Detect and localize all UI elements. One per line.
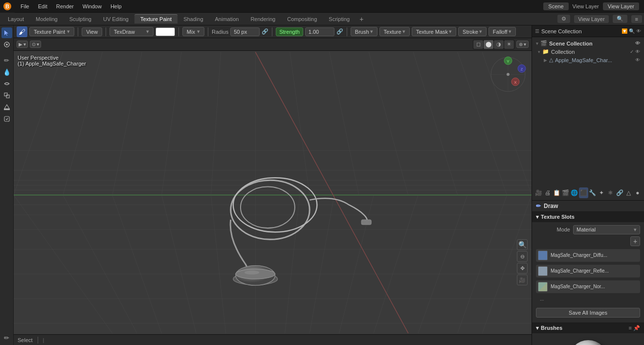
- rendered-btn[interactable]: ☀: [504, 40, 514, 49]
- tab-uv-editing[interactable]: UV Editing: [97, 15, 134, 23]
- texture-name-0: MagSafe_Charger_Diffu...: [551, 253, 638, 258]
- wireframe-btn[interactable]: ◻: [473, 40, 483, 49]
- prop-object-icon[interactable]: ⬛: [579, 187, 588, 198]
- prop-output-icon[interactable]: 🖨: [543, 187, 552, 198]
- viewport-overlay-menu[interactable]: ⊙ ▾: [30, 41, 41, 48]
- viewport-shading-menu[interactable]: ▶ ▾: [17, 41, 28, 48]
- pan-btn[interactable]: ✥: [517, 263, 528, 274]
- color-swatch[interactable]: [155, 27, 175, 36]
- prop-data-icon[interactable]: △: [624, 187, 633, 198]
- texture-item-2[interactable]: MagSafe_Charger_Nor...: [536, 280, 640, 293]
- zoom-in-btn[interactable]: 🔍: [517, 239, 528, 250]
- solid-btn[interactable]: ⬤: [484, 40, 493, 49]
- texture-mask-dropdown-btn[interactable]: Texture Mask ▾: [412, 27, 456, 36]
- texture-add-btn[interactable]: +: [630, 236, 640, 246]
- outliner-object[interactable]: ▶ △ Apple_MagSafe_Char... 👁: [534, 56, 642, 64]
- prop-particles-icon[interactable]: ✦: [597, 187, 606, 198]
- search-button[interactable]: 🔍: [613, 15, 627, 23]
- active-tool-icon[interactable]: ⚙: [557, 15, 570, 23]
- tab-scripting[interactable]: Scripting: [323, 15, 355, 23]
- object-icon: △: [549, 57, 553, 63]
- prop-render-icon[interactable]: 🎥: [534, 187, 543, 198]
- prop-constraints-icon[interactable]: 🔗: [615, 187, 624, 198]
- camera-btn[interactable]: 🎥: [517, 275, 528, 285]
- prop-world-icon[interactable]: 🌐: [570, 187, 579, 198]
- menu-help[interactable]: Help: [107, 2, 126, 10]
- collection-eye-icon[interactable]: 👁: [635, 49, 640, 54]
- prop-modifier-icon[interactable]: 🔧: [588, 187, 597, 198]
- tab-texture-paint[interactable]: Texture Paint: [134, 14, 178, 23]
- strength-label[interactable]: Strength: [276, 27, 303, 36]
- texture-paint-mode-btn[interactable]: Texture Paint ▾: [29, 27, 74, 36]
- radius-input[interactable]: 50 px: [230, 27, 260, 36]
- strength-lock-icon[interactable]: 🔗: [336, 28, 343, 35]
- tab-shading[interactable]: Shading: [178, 15, 209, 23]
- toolbar-select-tool[interactable]: [1, 27, 12, 38]
- falloff-dropdown-btn[interactable]: Falloff ▾: [489, 27, 516, 36]
- outliner-filter-icon[interactable]: 🔽: [622, 28, 627, 34]
- toolbar-annotate[interactable]: ✏: [1, 332, 12, 343]
- view-layer-selector[interactable]: View Layer: [603, 2, 639, 10]
- texture-item-0[interactable]: MagSafe_Charger_Diffu...: [536, 249, 640, 262]
- scene-collection-visibility[interactable]: 👁: [635, 41, 640, 46]
- outliner-collection[interactable]: ▾ 📁 Collection ✓ 👁: [534, 47, 642, 56]
- zoom-out-btn[interactable]: ⊖: [517, 251, 528, 262]
- viewport-canvas[interactable]: User Perspective (1) Apple_MagSafe_Charg…: [14, 51, 532, 334]
- brushes-header[interactable]: ▾ Brushes ≡ 📌: [532, 323, 644, 333]
- mode-label: Mode: [536, 227, 570, 232]
- menu-file[interactable]: File: [17, 2, 33, 10]
- blend-mode-btn[interactable]: Mix ▾: [182, 27, 204, 36]
- toolbar-color-picker[interactable]: 💧: [1, 67, 12, 77]
- menu-edit[interactable]: Edit: [34, 2, 51, 10]
- tab-sculpting[interactable]: Sculpting: [64, 15, 97, 23]
- collection-check-icon[interactable]: ✓: [630, 49, 634, 54]
- main-layout: ✏ 💧 ✏ 🖌 Texture Paint ▾ View: [0, 25, 644, 345]
- menu-window[interactable]: Window: [79, 2, 106, 10]
- outliner-scene-collection[interactable]: ▾ 🎬 Scene Collection 👁: [534, 39, 642, 47]
- blender-logo[interactable]: B: [0, 0, 15, 13]
- brush-name-btn[interactable]: TexDraw ▾: [110, 27, 154, 36]
- strength-input[interactable]: 1.00: [305, 27, 334, 36]
- texture-item-1[interactable]: MagSafe_Charger_Refle...: [536, 265, 640, 277]
- view-layer-display[interactable]: View Layer: [574, 15, 608, 23]
- tab-compositing[interactable]: Compositing: [281, 15, 323, 23]
- scene-selector[interactable]: Scene: [543, 2, 568, 10]
- add-workspace-button[interactable]: +: [355, 14, 367, 24]
- brush-dropdown-btn[interactable]: Brush ▾: [351, 27, 378, 36]
- save-all-images-btn[interactable]: Save All Images: [536, 308, 640, 318]
- toolbar-clone[interactable]: [1, 90, 12, 101]
- view-btn[interactable]: View: [82, 27, 102, 36]
- paint-mode-icon: 🖌: [17, 26, 27, 37]
- brush-list-icon[interactable]: ≡: [629, 325, 632, 331]
- prop-physics-icon[interactable]: ⚛: [606, 187, 615, 198]
- gizmo-btn[interactable]: ⊕ ▾: [516, 41, 529, 48]
- tab-rendering[interactable]: Rendering: [244, 15, 281, 23]
- object-eye-icon[interactable]: 👁: [635, 57, 640, 63]
- toolbar-smear[interactable]: [1, 78, 12, 89]
- collection-arrow: ▾: [538, 49, 540, 54]
- prop-view-layer-icon[interactable]: 📋: [552, 187, 561, 198]
- outliner-eye-icon[interactable]: 👁: [636, 28, 641, 34]
- texture-slots-header[interactable]: ▾ Texture Slots: [532, 212, 644, 222]
- brush-pin-icon[interactable]: 📌: [633, 325, 640, 331]
- outliner-search-icon[interactable]: 🔍: [629, 28, 635, 34]
- mode-dropdown[interactable]: Material: [573, 225, 640, 234]
- prop-scene-icon[interactable]: 🎬: [561, 187, 570, 198]
- menu-render[interactable]: Render: [52, 2, 78, 10]
- toolbar-paint-tool[interactable]: [1, 39, 12, 50]
- tab-modeling[interactable]: Modeling: [30, 15, 64, 23]
- toolbar-brush-icon[interactable]: ✏: [1, 55, 12, 66]
- texture-dropdown-btn[interactable]: Texture ▾: [379, 27, 410, 36]
- tab-layout[interactable]: Layout: [2, 15, 30, 23]
- material-preview-btn[interactable]: ◑: [494, 40, 504, 49]
- stroke-dropdown-btn[interactable]: Stroke ▾: [458, 27, 487, 36]
- prop-material-icon[interactable]: ●: [633, 187, 642, 198]
- filter-button[interactable]: ≡: [631, 15, 642, 23]
- tab-animation[interactable]: Animation: [209, 15, 245, 23]
- texture-slots-body: Mode Material + MagSafe_Charger_Diffu...…: [532, 222, 644, 322]
- navigation-widget[interactable]: Y Z X: [489, 55, 528, 94]
- toolbar-mask[interactable]: [1, 114, 12, 124]
- radius-lock-icon[interactable]: 🔗: [262, 28, 268, 35]
- toolbar-fill[interactable]: [1, 102, 12, 113]
- zoom-controls: 🔍 ⊖ ✥ 🎥: [517, 239, 528, 285]
